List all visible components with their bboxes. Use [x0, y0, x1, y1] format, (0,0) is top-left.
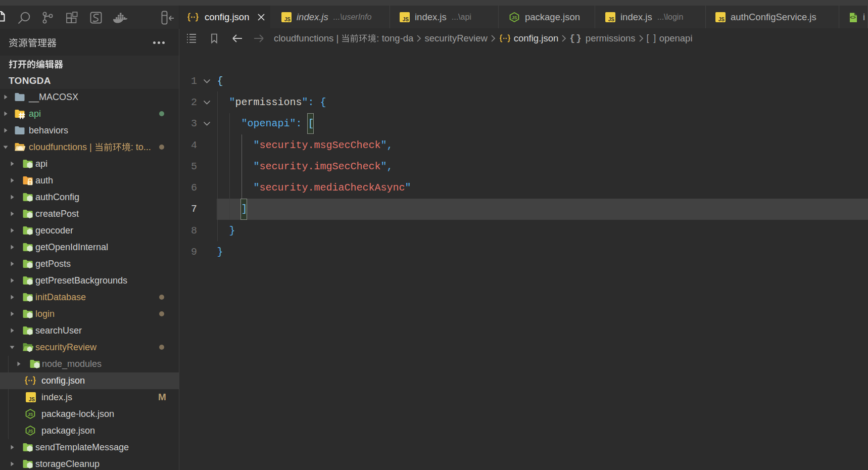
svg-text:JS: JS — [512, 15, 517, 20]
svg-text:JS: JS — [28, 412, 33, 417]
svg-text:<>: <> — [850, 15, 856, 20]
svg-text:JS: JS — [28, 429, 33, 434]
